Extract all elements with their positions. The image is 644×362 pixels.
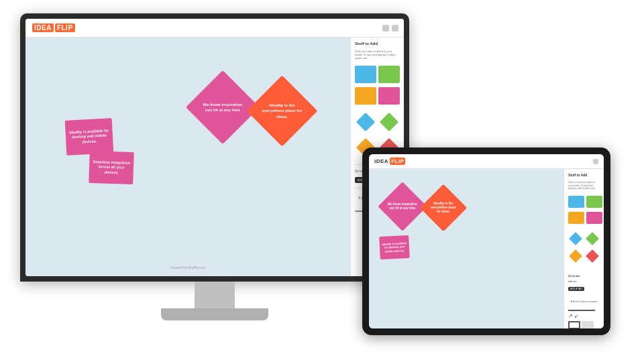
monitor-body: IDEAFLIP We know inspirati [20,13,409,282]
sticky-note-1[interactable]: We know inspiration can hit at any time [186,70,260,144]
tablet-shape-arrows: ↗ ↙ [568,313,600,319]
sidebar-note-orange-sq[interactable] [355,87,376,105]
sticky-note-4[interactable]: Seamless integration across all your dev… [89,151,134,184]
tablet-text-block-label: A block of text is a square [568,300,600,303]
canvas-tablet[interactable]: We know inspiration can hit at any time … [369,169,564,328]
canvas-credit: A board from IdeaFlip.com [170,266,206,269]
tablet-sidebar-row1 [568,196,600,208]
sticky-note-1-text: We know inspiration can hit at any time [197,99,249,117]
tablet-dm-1[interactable] [569,232,582,245]
header-icon-2[interactable] [392,25,398,32]
tablet-sidebar-note-3[interactable] [568,212,584,224]
tablet-body: IDEAFLIP We know inspiration can hit at … [362,147,610,335]
logo-desktop: IDEAFLIP [31,24,75,32]
sticky-note-4-text: Seamless integration across all your dev… [89,157,133,179]
tablet-sticky-1[interactable]: We know inspiration can hit at any time [378,182,427,231]
tablet-dm-4[interactable] [586,249,599,263]
header-icons-desktop [382,25,398,32]
logo-highlight: FLIP [55,23,75,32]
tablet-wrapper: IDEAFLIP We know inspiration can hit at … [362,147,610,335]
tablet-sidebar-row2 [568,212,600,224]
logo-tablet: IDEAFLIP [374,158,405,164]
tablet-sidebar-add-label: Go on and [568,275,600,278]
header-icons-tablet [593,159,598,164]
tablet-shape-rect [568,321,580,328]
tablet-shape-fill [582,321,594,328]
app-header-desktop: IDEAFLIP [25,19,404,38]
sticky-note-2[interactable]: Ideaflip is the everywhere place for ide… [246,75,317,146]
canvas-desktop[interactable]: We know inspiration can hit at any time … [25,38,350,276]
monitor-screen: IDEAFLIP We know inspirati [25,19,404,276]
tablet-sidebar-note-2[interactable] [586,196,602,208]
tablet-shape-row [568,321,600,328]
sidebar-note-green-sq[interactable] [378,66,400,83]
sidebar-diamond-wrap-2 [378,111,400,133]
tablet-arrow-1: ↗ [568,313,573,319]
monitor-wrapper: IDEAFLIP We know inspirati [20,13,409,320]
tablet-shapes: ↗ ↙ [568,310,600,328]
tablet-diamond-row2 [568,248,600,264]
monitor-stand-base [161,308,268,320]
sidebar-desc: Click on a note to add it to your board.… [355,50,400,60]
tablet-dm-2[interactable] [586,232,599,245]
sidebar-diamonds-row1 [355,111,400,133]
tablet-sidebar-diamonds [568,231,600,265]
tablet-add-tag-button[interactable]: ADD A TAG [568,287,584,291]
scene: IDEAFLIP We know inspirati [0,0,644,362]
sidebar-squares-row2 [355,87,400,105]
tablet-sidebar-note-4[interactable] [586,212,602,224]
tablet-sticky-3-text: Ideaflip is available for desktop and mo… [379,239,409,255]
tablet-header-icon-1[interactable] [593,159,598,164]
sidebar-diamond-wrap-1 [355,111,376,133]
sticky-note-2-text: Ideaflip is the everywhere place for ide… [257,99,307,123]
tablet-dm-3[interactable] [569,249,582,263]
sticky-note-3[interactable]: Ideaflip is available for desktop and mo… [65,118,114,156]
sidebar-title-tablet: Stuff to Add [568,173,600,177]
tablet-sticky-2[interactable]: Ideaflip is the everywhere place for ide… [420,184,468,232]
header-icon-1[interactable] [382,25,389,32]
logo-text: IDEA [32,23,54,32]
tablet-dm-wrap-1 [568,231,583,247]
tablet-screen: IDEAFLIP We know inspiration can hit at … [369,154,604,328]
sticky-note-3-text: Ideaflip is available for desktop and mo… [65,125,113,148]
tablet-dm-wrap-4 [585,248,600,264]
app-body-tablet: We know inspiration can hit at any time … [369,169,604,328]
tablet-dm-wrap-3 [568,248,583,264]
app-header-tablet: IDEAFLIP [369,154,604,169]
sidebar-note-blue-dm[interactable] [356,112,375,131]
sidebar-desc-tablet: Click on a note to add it to your board.… [568,181,600,190]
sidebar-note-pink-sq[interactable] [378,87,400,105]
tablet-sidebar-note-1[interactable] [568,196,584,208]
monitor-stand-neck [195,282,235,308]
tablet-dm-wrap-2 [585,231,600,247]
tablet-shape-line-1[interactable] [568,310,595,311]
app-ui-desktop: IDEAFLIP We know inspirati [25,19,404,276]
sidebar-note-blue-sq[interactable] [355,66,376,83]
tablet-sticky-1-text: We know inspiration can hit at any time [385,200,420,213]
sidebar-note-green-dm[interactable] [380,112,398,131]
tablet-arrow-2: ↙ [574,313,579,319]
sidebar-squares-row1 [355,66,400,83]
app-body-desktop: We know inspiration can hit at any time … [25,38,404,276]
sidebar-title: Stuff to Add [355,42,400,46]
tablet-sticky-2-text: Ideaflip is the everywhere place for ide… [427,199,460,217]
logo-highlight-tablet: FLIP [390,158,405,165]
tablet-diamond-row1 [568,231,600,247]
tablet-sidebar-add-sub: add me... [568,280,600,283]
tablet-sticky-3[interactable]: Ideaflip is available for desktop and mo… [379,235,410,259]
app-ui-tablet: IDEAFLIP We know inspiration can hit at … [369,154,604,328]
sidebar-tablet: Stuff to Add Click on a note to add it t… [564,169,604,328]
